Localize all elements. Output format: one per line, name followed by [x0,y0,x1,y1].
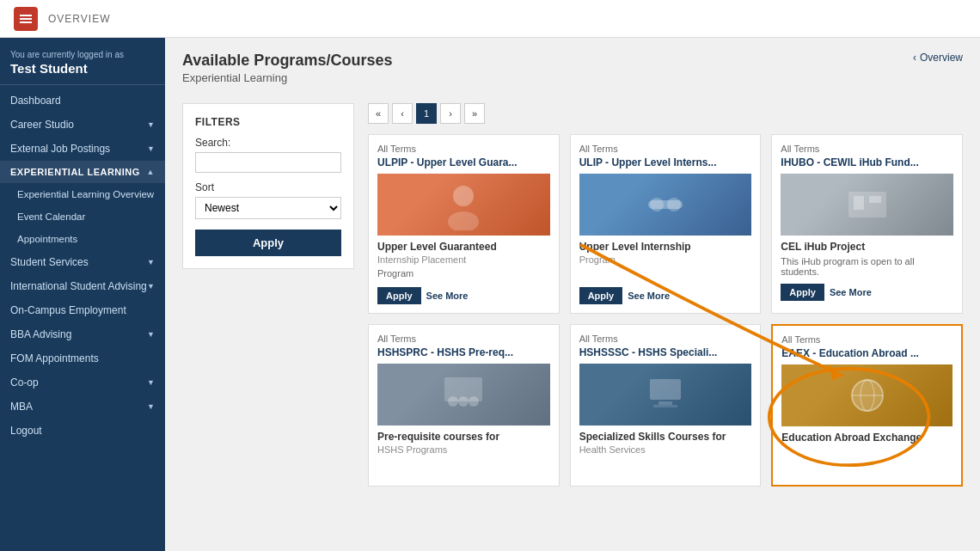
card-see-more-link[interactable]: See More [628,291,670,301]
svg-point-4 [448,211,479,230]
card-name: Upper Level Internship [579,241,752,253]
card-type: Health Services [579,444,752,455]
sidebar-item-bba-advising[interactable]: BBA Advising▼ [0,322,165,346]
sidebar-item-on-campus[interactable]: On-Campus Employment [0,298,165,322]
card-apply-button[interactable]: Apply [579,287,623,304]
breadcrumb-link[interactable]: ‹ Overview [913,52,963,64]
card-code: ULIP - Upper Level Interns... [579,156,752,168]
card-apply-button[interactable]: Apply [377,287,421,304]
chevron-icon: ▼ [147,144,155,153]
page-title: Available Programs/Courses [182,52,392,70]
logged-as-label: You are currently logged in as [10,50,155,59]
page-prev-btn[interactable]: ‹ [392,103,413,124]
svg-point-14 [469,396,479,407]
chevron-icon: ▲ [147,168,155,176]
sidebar-item-event-calendar[interactable]: Event Calendar [0,205,165,228]
search-label: Search: [195,137,341,149]
card-term: All Terms [781,144,953,154]
card-hshs-prereq[interactable]: All Terms HSHSPRC - HSHS Pre-req... Pre-… [368,324,560,487]
sidebar-item-appointments[interactable]: Appointments [0,228,165,250]
pagination: « ‹ 1 › » [368,103,963,124]
chevron-icon: ▼ [147,258,155,266]
card-term: All Terms [377,334,550,344]
content-body: FILTERS Search: Sort Newest Oldest A-Z Z… [182,103,963,487]
card-term: All Terms [377,144,550,154]
topbar-section-label: OVERVIEW [48,13,110,25]
card-code: EAEX - Education Abroad ... [781,347,952,359]
card-term: All Terms [579,144,752,154]
chevron-icon: ▼ [147,402,155,411]
card-desc [579,458,752,470]
card-term: All Terms [781,334,952,345]
card-ulpip[interactable]: All Terms ULPIP - Upper Level Guara... U… [368,134,560,314]
svg-rect-1 [20,18,32,20]
card-education-abroad[interactable]: All Terms EAEX - Education Abroad ... Ed… [771,324,963,487]
page-first-btn[interactable]: « [368,103,389,124]
sidebar-item-career-studio[interactable]: Career Studio▼ [0,113,165,137]
svg-point-7 [667,198,681,211]
svg-rect-17 [653,405,677,407]
card-type: Internship Placement [377,254,550,265]
svg-rect-9 [854,196,864,210]
card-code: HSHSPRC - HSHS Pre-req... [377,346,550,358]
chevron-left-icon: ‹ [913,52,916,64]
filter-title: FILTERS [195,116,341,128]
page-last-btn[interactable]: » [464,103,485,124]
card-image [377,364,550,425]
card-sub-type: Program [377,268,550,280]
card-apply-button[interactable]: Apply [781,284,824,301]
card-code: IHUBO - CEWIL iHub Fund... [781,156,953,168]
svg-rect-2 [20,21,32,23]
sidebar-username: Test Student [10,61,155,76]
sort-label: Sort [195,181,341,193]
page-header: Available Programs/Courses Experiential … [182,52,963,95]
sort-select[interactable]: Newest Oldest A-Z Z-A [195,197,341,219]
page-title-block: Available Programs/Courses Experiential … [182,52,392,95]
cards-area: « ‹ 1 › » All Terms ULPIP - Upper Level … [368,103,963,487]
card-code: HSHSSSC - HSHS Speciali... [579,346,752,358]
card-hshs-specialized[interactable]: All Terms HSHSSSC - HSHS Speciali... Spe… [570,324,762,487]
card-ulip[interactable]: All Terms ULIP - Upper Level Interns... … [570,134,762,314]
sidebar-nav: Dashboard Career Studio▼ External Job Po… [0,89,165,443]
sidebar-item-mba[interactable]: MBA▼ [0,395,165,419]
chevron-icon: ▼ [147,120,155,129]
page-current-btn[interactable]: 1 [416,103,437,124]
svg-rect-15 [650,379,681,400]
card-desc [781,447,952,459]
sidebar-item-coop[interactable]: Co-op▼ [0,370,165,395]
card-image [377,174,550,236]
card-see-more-link[interactable]: See More [426,291,469,301]
search-input[interactable] [195,152,341,173]
sidebar-item-external-jobs[interactable]: External Job Postings▼ [0,137,165,161]
user-section: You are currently logged in as Test Stud… [0,38,165,85]
sidebar: You are currently logged in as Test Stud… [0,38,165,551]
svg-point-13 [458,396,469,407]
card-name: Upper Level Guaranteed [377,241,550,253]
card-type: Program [579,254,752,265]
chevron-icon: ▼ [147,378,155,387]
card-actions: Apply See More [579,287,752,304]
card-name: Specialized Skills Courses for [579,431,752,443]
sidebar-item-international-advising[interactable]: International Student Advising▼ [0,274,165,298]
card-name: Education Abroad Exchange [781,432,952,444]
svg-rect-16 [658,401,672,405]
sidebar-item-fom[interactable]: FOM Appointments [0,346,165,370]
topbar: OVERVIEW [0,0,980,38]
page-next-btn[interactable]: › [440,103,461,124]
apply-filter-button[interactable]: Apply [195,230,341,256]
sidebar-item-dashboard[interactable]: Dashboard [0,89,165,113]
filter-panel: FILTERS Search: Sort Newest Oldest A-Z Z… [182,103,354,269]
sidebar-item-logout[interactable]: Logout [0,419,165,443]
sidebar-item-student-services[interactable]: Student Services▼ [0,250,165,274]
card-desc [579,268,752,280]
main-layout: You are currently logged in as Test Stud… [0,38,980,551]
sidebar-item-exp-learning[interactable]: EXPERIENTIAL LEARNING▲ [0,161,165,183]
svg-point-3 [453,186,474,206]
svg-rect-0 [20,15,32,16]
card-ihub[interactable]: All Terms IHUBO - CEWIL iHub Fund... CEL… [771,134,963,314]
card-image [579,364,752,425]
sidebar-item-exp-overview[interactable]: Experiential Learning Overview [0,183,165,205]
card-image [781,174,953,236]
chevron-icon: ▼ [147,282,155,291]
card-see-more-link[interactable]: See More [830,287,872,297]
